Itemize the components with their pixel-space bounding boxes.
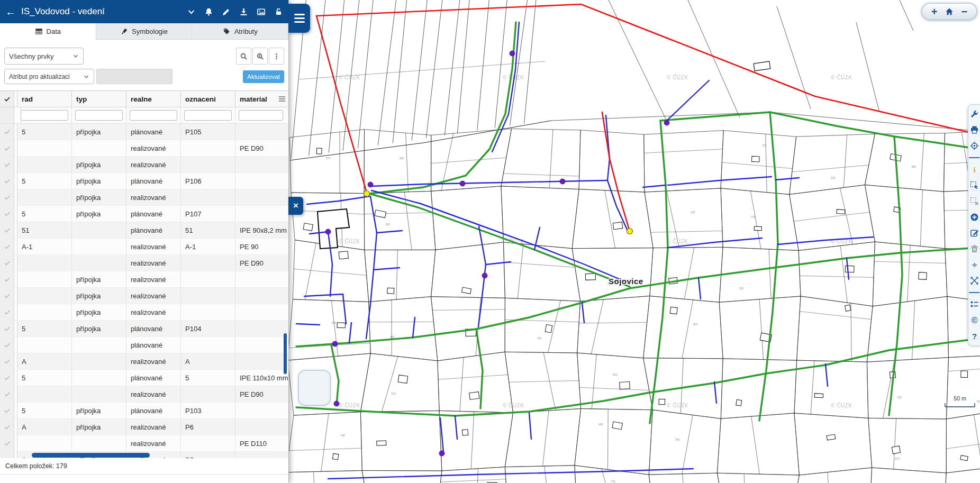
- header-select-cell[interactable]: [0, 91, 14, 107]
- cell-rad[interactable]: A: [17, 419, 72, 435]
- unlock-icon[interactable]: [274, 7, 283, 16]
- attribute-select[interactable]: Atribut pro aktualizaci: [4, 69, 94, 84]
- cell-material[interactable]: [235, 403, 289, 418]
- cell-rad[interactable]: [17, 304, 72, 320]
- cell-rad[interactable]: [17, 435, 72, 451]
- cell-material[interactable]: [235, 124, 289, 140]
- search-button[interactable]: [236, 48, 251, 65]
- table-row[interactable]: realizované PE D90: [0, 140, 289, 157]
- cell-rad[interactable]: A: [17, 353, 72, 369]
- cell-realne[interactable]: realizované: [126, 239, 181, 254]
- cell-oznaceni[interactable]: 51: [181, 222, 235, 238]
- tab-symbologie[interactable]: Symbologie: [96, 23, 193, 39]
- cell-rad[interactable]: 51: [17, 222, 72, 238]
- divide-icon[interactable]: ÷: [970, 260, 979, 269]
- cell-rad[interactable]: 5: [17, 124, 72, 140]
- cell-material[interactable]: [235, 353, 289, 369]
- cell-oznaceni[interactable]: A: [181, 353, 235, 369]
- cell-material[interactable]: IPE 110x10 mm: [235, 370, 289, 386]
- cell-material[interactable]: [235, 157, 289, 172]
- more-options-button[interactable]: [269, 48, 284, 65]
- cell-oznaceni[interactable]: [181, 189, 235, 205]
- cell-typ[interactable]: [72, 386, 126, 402]
- download-icon[interactable]: [239, 7, 248, 16]
- filter-input-rad[interactable]: [21, 110, 68, 121]
- cell-typ[interactable]: [72, 255, 126, 271]
- vertical-scrollbar-thumb[interactable]: [284, 333, 287, 374]
- update-button[interactable]: Aktualizovat: [243, 70, 284, 83]
- cell-typ[interactable]: [72, 337, 126, 353]
- pencil-icon[interactable]: [222, 7, 231, 16]
- printer-icon[interactable]: [970, 125, 979, 134]
- target-icon[interactable]: [970, 141, 979, 150]
- zoom-in-icon[interactable]: +: [931, 6, 938, 17]
- cell-material[interactable]: [235, 337, 289, 353]
- filter-input-material[interactable]: [239, 110, 283, 121]
- cell-oznaceni[interactable]: [181, 140, 235, 156]
- table-row[interactable]: 5 plánované 5 IPE 110x10 mm: [0, 370, 289, 386]
- table-row[interactable]: 5 přípojka plánované P105: [0, 124, 289, 140]
- cell-rad[interactable]: 5: [17, 370, 72, 386]
- row-select-cell[interactable]: [0, 435, 14, 451]
- row-select-cell[interactable]: [0, 370, 14, 386]
- cell-rad[interactable]: A-1: [17, 239, 72, 254]
- cell-realne[interactable]: plánované: [126, 370, 181, 386]
- cell-realne[interactable]: realizované: [126, 304, 181, 320]
- table-row[interactable]: 5 přípojka plánované P104: [0, 321, 289, 337]
- panel-collapse-button[interactable]: ×: [288, 197, 303, 215]
- table-row[interactable]: realizované PE D90: [0, 255, 289, 271]
- cell-rad[interactable]: [17, 157, 72, 172]
- network-nodes[interactable]: [325, 51, 669, 456]
- map-pan-control[interactable]: [298, 370, 331, 406]
- column-header-typ[interactable]: typ: [72, 91, 126, 107]
- cell-rad[interactable]: [17, 288, 72, 304]
- cell-rad[interactable]: [17, 189, 72, 205]
- cell-material[interactable]: PE D90: [235, 255, 289, 271]
- cell-oznaceni[interactable]: P106: [181, 173, 235, 189]
- cell-realne[interactable]: realizované: [126, 157, 181, 172]
- horizontal-scrollbar-thumb[interactable]: [32, 453, 150, 458]
- map-canvas[interactable]: 3739485047384322653633825734339415665324…: [288, 0, 980, 483]
- cell-material[interactable]: [235, 288, 289, 304]
- cell-typ[interactable]: přípojka: [72, 419, 126, 435]
- cell-oznaceni[interactable]: [181, 337, 235, 353]
- cell-oznaceni[interactable]: [181, 271, 235, 287]
- trash-icon[interactable]: [970, 244, 979, 253]
- row-select-cell[interactable]: [0, 255, 14, 271]
- attribute-value-input[interactable]: [96, 69, 173, 84]
- zoom-out-icon[interactable]: −: [961, 6, 968, 17]
- cell-typ[interactable]: [72, 140, 126, 156]
- checklist-icon[interactable]: [970, 300, 979, 309]
- cell-rad[interactable]: [17, 271, 72, 287]
- cell-oznaceni[interactable]: 5: [181, 370, 235, 386]
- cell-rad[interactable]: 5: [17, 206, 72, 222]
- row-select-cell[interactable]: [0, 206, 14, 222]
- cell-material[interactable]: [235, 189, 289, 205]
- table-row[interactable]: 51 plánované 51 IPE 90x8,2 mm: [0, 222, 289, 239]
- tab-atributy[interactable]: Atributy: [192, 23, 288, 39]
- cell-typ[interactable]: [72, 435, 126, 451]
- cell-oznaceni[interactable]: A-1: [181, 239, 235, 254]
- cell-typ[interactable]: přípojka: [72, 288, 126, 304]
- row-select-cell[interactable]: [0, 419, 14, 435]
- back-button[interactable]: ←: [0, 6, 21, 18]
- row-select-cell[interactable]: [0, 124, 14, 140]
- cell-material[interactable]: PE D110: [235, 435, 289, 451]
- cell-oznaceni[interactable]: [181, 386, 235, 402]
- table-row[interactable]: přípojka realizované: [0, 288, 289, 304]
- tab-data[interactable]: Data: [0, 23, 96, 40]
- cell-realne[interactable]: realizované: [126, 189, 181, 205]
- cell-material[interactable]: PE D90: [235, 140, 289, 156]
- cell-typ[interactable]: přípojka: [72, 189, 126, 205]
- cell-realne[interactable]: realizované: [126, 419, 181, 435]
- table-row[interactable]: přípojka realizované: [0, 189, 289, 206]
- column-header-oznaceni[interactable]: oznaceni: [181, 91, 235, 107]
- cell-realne[interactable]: realizované: [126, 353, 181, 369]
- row-select-cell[interactable]: [0, 304, 14, 320]
- table-row[interactable]: realizované PE D90: [0, 386, 289, 403]
- cell-material[interactable]: [235, 419, 289, 435]
- bell-icon[interactable]: [204, 7, 213, 16]
- table-row[interactable]: A realizované A: [0, 353, 289, 370]
- cell-typ[interactable]: [72, 239, 126, 254]
- info-icon[interactable]: i: [970, 165, 979, 174]
